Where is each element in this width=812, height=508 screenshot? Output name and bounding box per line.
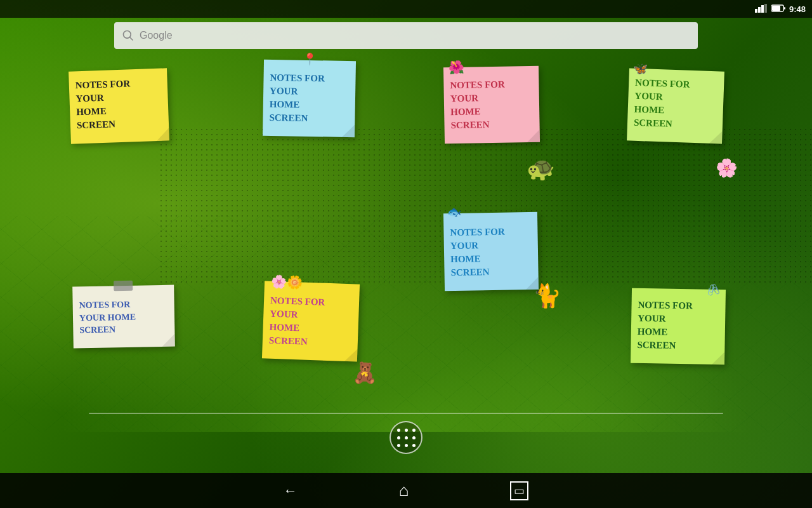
deco-8: 🖇️ xyxy=(705,283,720,298)
sticky-note-2[interactable]: 📍 NOTES FOR YOUR HOME SCREEN xyxy=(263,60,356,138)
deco-6: 🌸🌼 xyxy=(271,272,303,291)
home-button[interactable]: ⌂ xyxy=(399,481,409,500)
recents-button[interactable]: ▭ xyxy=(510,481,528,500)
note-5-text: NOTES FOR YOUR HOME SCREEN xyxy=(79,298,169,337)
bear-deco: 🧸 xyxy=(352,361,377,385)
app-drawer-button[interactable] xyxy=(390,421,422,454)
note-4-text: NOTES FOR YOUR HOME SCREEN xyxy=(634,76,718,132)
sticky-note-3[interactable]: 🌺 NOTES FOR YOUR HOME SCREEN xyxy=(443,66,540,144)
back-button[interactable]: ← xyxy=(284,483,298,499)
search-icon xyxy=(122,29,134,42)
sticky-note-4[interactable]: 🦋 NOTES FOR YOUR HOME SCREEN xyxy=(627,68,724,144)
status-bar: 9:48 xyxy=(0,0,812,18)
deco-3: 🌺 xyxy=(449,58,464,76)
cat-deco: 🐈 xyxy=(533,283,561,309)
nav-bar: ← ⌂ ▭ xyxy=(0,473,812,508)
note-8-text: NOTES FOR YOUR HOME SCREEN xyxy=(637,298,719,353)
note-2-text: NOTES FOR YOUR HOME SCREEN xyxy=(269,71,349,126)
app-drawer-dots xyxy=(395,427,417,448)
svg-rect-3 xyxy=(764,4,767,13)
note-6-text: NOTES FOR YOUR HOME SCREEN xyxy=(269,294,353,350)
sticky-note-7[interactable]: 🐟 NOTES FOR YOUR HOME SCREEN xyxy=(443,212,539,291)
search-placeholder: Google xyxy=(140,30,173,41)
svg-rect-1 xyxy=(758,7,761,13)
svg-rect-5 xyxy=(772,6,780,11)
sticky-note-8[interactable]: 🖇️ NOTES FOR YOUR HOME SCREEN xyxy=(631,288,726,365)
pin-5 xyxy=(114,281,133,291)
note-7-text: NOTES FOR YOUR HOME SCREEN xyxy=(450,225,532,279)
svg-line-8 xyxy=(130,37,133,41)
deco-4: 🦋 xyxy=(633,61,648,77)
turtle-deco: 🐢 xyxy=(527,156,555,182)
deco-7: 🐟 xyxy=(447,204,461,221)
sticky-note-1[interactable]: NOTES FOR YOUR HOME SCREEN xyxy=(69,68,169,144)
svg-point-7 xyxy=(124,31,131,39)
page-indicator xyxy=(89,413,723,414)
svg-rect-2 xyxy=(761,5,764,13)
svg-rect-6 xyxy=(784,7,785,10)
note-1-text: NOTES FOR YOUR HOME SCREEN xyxy=(75,76,162,133)
battery-indicator xyxy=(771,4,785,13)
flower-deco: 🌸 xyxy=(716,157,738,178)
note-3-text: NOTES FOR YOUR HOME SCREEN xyxy=(450,77,533,132)
sticky-note-6[interactable]: 🌸🌼 NOTES FOR YOUR HOME SCREEN xyxy=(262,281,360,361)
svg-rect-0 xyxy=(755,9,757,13)
pin-2: 📍 xyxy=(303,51,317,68)
sticky-note-5[interactable]: NOTES FOR YOUR HOME SCREEN xyxy=(72,285,175,349)
search-bar[interactable]: Google xyxy=(114,22,698,49)
clock: 9:48 xyxy=(789,4,806,14)
signal-indicator xyxy=(755,4,768,14)
